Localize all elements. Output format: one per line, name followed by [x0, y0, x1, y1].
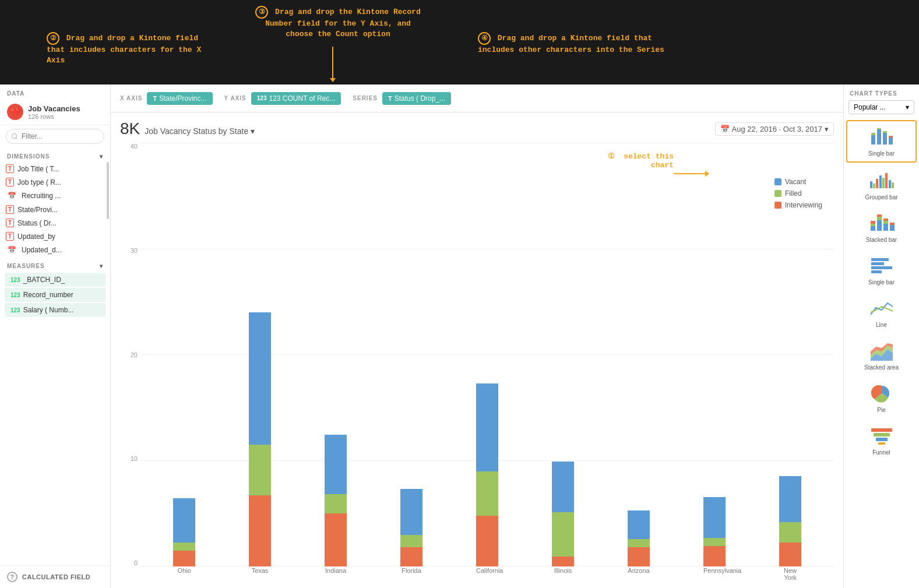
- bar-vacant[interactable]: [249, 312, 271, 445]
- measure-salary[interactable]: 123 Salary ( Numb...: [5, 303, 105, 317]
- bar-vacant[interactable]: [703, 497, 726, 538]
- svg-rect-25: [890, 225, 895, 231]
- svg-rect-20: [877, 217, 882, 220]
- funnel-label: Funnel: [872, 449, 890, 456]
- chart-type-grouped-bar[interactable]: Grouped bar: [846, 165, 917, 205]
- data-source[interactable]: ❤️ Job Vacancies 126 rows: [0, 99, 110, 125]
- single-bar-h-label: Single bar: [868, 279, 895, 286]
- filter-input[interactable]: [6, 129, 104, 144]
- svg-rect-11: [879, 175, 882, 188]
- chart-type-single-bar[interactable]: Single bar: [846, 120, 917, 163]
- single-bar-label: Single bar: [868, 150, 895, 157]
- svg-rect-14: [889, 180, 891, 188]
- bar-filled[interactable]: [552, 512, 574, 557]
- calc-icon: ?: [7, 572, 17, 582]
- chart-type-line[interactable]: Line: [846, 293, 917, 333]
- measures-list: 123 _BATCH_ID_ 123 Record_number 123 Sal…: [0, 272, 110, 318]
- banner-arrow-down: [332, 47, 333, 79]
- x-axis-field[interactable]: T State/Provinc...: [147, 92, 212, 105]
- svg-rect-3: [877, 128, 881, 129]
- svg-rect-18: [871, 221, 875, 224]
- bar-interviewing[interactable]: [703, 546, 726, 566]
- dim-item-recruiting[interactable]: 📅 Recruiting ...: [0, 189, 110, 203]
- legend-color-filled: [774, 190, 781, 197]
- svg-rect-1: [871, 133, 875, 135]
- dimensions-chevron[interactable]: ▾: [100, 153, 103, 160]
- type-icon-t: T: [6, 178, 14, 186]
- step-2-circle: ②: [47, 32, 59, 45]
- pie-label: Pie: [877, 407, 885, 413]
- bar-filled[interactable]: [325, 494, 347, 513]
- bar-interviewing[interactable]: [400, 547, 422, 566]
- bar-interviewing[interactable]: [628, 547, 650, 566]
- num-icon: 123: [10, 292, 20, 298]
- line-label: Line: [876, 322, 887, 328]
- scroll-bar: [107, 162, 109, 219]
- bar-filled[interactable]: [173, 543, 195, 551]
- chart-type-funnel[interactable]: Funnel: [846, 420, 917, 460]
- bar-vacant[interactable]: [628, 510, 650, 539]
- main-layout: DATA ❤️ Job Vacancies 126 rows DIMENSION…: [0, 84, 919, 588]
- annotation-arrow: [674, 173, 706, 174]
- bar-filled[interactable]: [249, 445, 271, 495]
- stacked-area-icon: [868, 340, 896, 362]
- svg-rect-24: [883, 219, 888, 221]
- bar-filled[interactable]: [476, 471, 498, 516]
- svg-rect-35: [871, 428, 892, 432]
- arrow-head: [705, 171, 709, 177]
- bar-vacant[interactable]: [173, 498, 195, 543]
- data-source-info: Job Vacancies 126 rows: [28, 104, 80, 120]
- bar-filled[interactable]: [400, 535, 422, 547]
- bar-interviewing[interactable]: [173, 551, 195, 566]
- bar-filled[interactable]: [628, 539, 650, 547]
- calculated-field-area[interactable]: ? CALCULATED FIELD: [0, 565, 110, 588]
- svg-rect-22: [883, 224, 888, 231]
- x-label: Pennsylvania: [703, 567, 726, 581]
- grouped-bar-icon: [868, 170, 896, 192]
- grouped-bar-label: Grouped bar: [865, 194, 897, 200]
- bar-interviewing[interactable]: [779, 543, 801, 566]
- bar-vacant[interactable]: [779, 476, 801, 522]
- bar-interviewing[interactable]: [325, 513, 347, 566]
- chart-subtitle[interactable]: Job Vacancy Status by State ▾: [145, 126, 255, 136]
- svg-rect-28: [871, 262, 884, 265]
- dim-item-updated-d[interactable]: 📅 Updated_d...: [0, 243, 110, 257]
- chart-date-range[interactable]: 📅 Aug 22, 2016 · Oct 3, 2017 ▾: [715, 122, 834, 136]
- bar-vacant[interactable]: [325, 435, 347, 494]
- chart-type-dropdown[interactable]: Popular ... ▾: [848, 100, 914, 114]
- chart-type-stacked-bar[interactable]: Stacked bar: [846, 207, 917, 248]
- dim-item-status[interactable]: T Status ( Dr...: [0, 216, 110, 230]
- svg-rect-6: [889, 138, 893, 145]
- x-label: California: [476, 567, 498, 581]
- svg-rect-0: [871, 135, 875, 145]
- bar-interviewing[interactable]: [249, 495, 271, 566]
- chart-header: 8K Job Vacancy Status by State ▾ 📅 Aug 2…: [120, 119, 834, 138]
- line-icon: [868, 297, 896, 319]
- series-field[interactable]: T Status ( Drop_...: [382, 92, 451, 105]
- bar-interviewing[interactable]: [552, 557, 574, 566]
- x-label: Arizona: [628, 567, 650, 581]
- bar-vacant[interactable]: [552, 462, 574, 512]
- measures-chevron[interactable]: ▾: [100, 263, 103, 269]
- measure-batch-id[interactable]: 123 _BATCH_ID_: [5, 273, 105, 287]
- bar-vacant[interactable]: [400, 489, 422, 535]
- chart-type-pie[interactable]: Pie: [846, 378, 917, 418]
- bar-filled[interactable]: [703, 538, 726, 546]
- bar-group: [325, 435, 347, 566]
- svg-rect-23: [883, 221, 888, 224]
- chart-inner: OhioTexasIndianaFloridaCaliforniaIllinoi…: [140, 143, 834, 581]
- dim-item-job-type[interactable]: T Job type ( R...: [0, 175, 110, 189]
- y-axis-field[interactable]: 123 123 COUNT of Rec...: [251, 92, 341, 105]
- center-area: X AXIS T State/Provinc... Y AXIS 123 123…: [111, 84, 843, 588]
- bar-vacant[interactable]: [476, 383, 498, 471]
- dim-item-updated-by[interactable]: T Updated_by: [0, 230, 110, 243]
- bar-filled[interactable]: [779, 522, 801, 543]
- measure-record-number[interactable]: 123 Record_number: [5, 288, 105, 302]
- bar-group: [703, 497, 726, 566]
- bar-interviewing[interactable]: [476, 516, 498, 566]
- dim-item-job-title[interactable]: T Job Title ( T...: [0, 162, 110, 175]
- type-icon-cal: 📅: [6, 191, 18, 200]
- chart-type-single-bar-h[interactable]: Single bar: [846, 250, 917, 290]
- chart-type-stacked-area[interactable]: Stacked area: [846, 335, 917, 375]
- dim-item-state[interactable]: T State/Provi...: [0, 203, 110, 216]
